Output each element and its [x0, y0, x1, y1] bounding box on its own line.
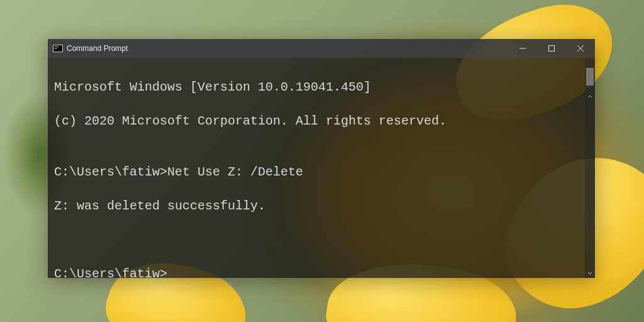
terminal-line: Z: was deleted successfully.: [54, 197, 589, 214]
close-icon: [577, 45, 584, 52]
scroll-down-arrow-icon[interactable]: [585, 268, 595, 278]
maximize-icon: [548, 45, 555, 52]
desktop-background: Command Prompt Microsoft Windows [Versio…: [0, 0, 644, 322]
cmd-icon: [53, 43, 63, 53]
vertical-scrollbar[interactable]: [585, 58, 595, 278]
scroll-thumb[interactable]: [586, 68, 594, 86]
window-title: Command Prompt: [67, 44, 128, 53]
terminal-line: C:\Users\fatiw>: [54, 265, 589, 278]
titlebar[interactable]: Command Prompt: [48, 39, 595, 58]
maximize-button[interactable]: [537, 39, 566, 58]
close-button[interactable]: [566, 39, 595, 58]
terminal-line: C:\Users\fatiw>Net Use Z: /Delete: [54, 164, 589, 180]
minimize-icon: [519, 45, 526, 52]
command-prompt-window: Command Prompt Microsoft Windows [Versio…: [48, 39, 595, 278]
scroll-up-arrow-icon[interactable]: [585, 92, 595, 102]
terminal-line: Microsoft Windows [Version 10.0.19041.45…: [54, 79, 589, 96]
svg-rect-1: [549, 46, 555, 52]
terminal-line: (c) 2020 Microsoft Corporation. All righ…: [54, 113, 589, 130]
minimize-button[interactable]: [508, 39, 537, 58]
terminal-output[interactable]: Microsoft Windows [Version 10.0.19041.45…: [48, 58, 595, 278]
